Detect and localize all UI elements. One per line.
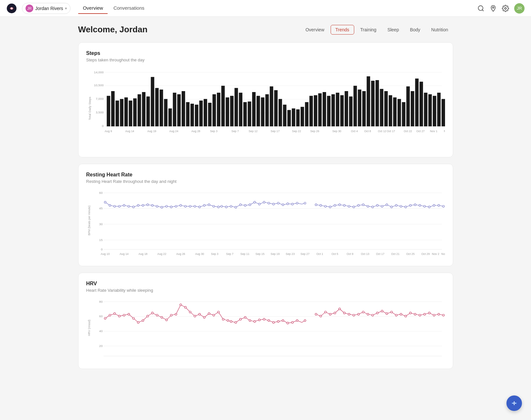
svg-point-247 (189, 311, 191, 313)
svg-rect-91 (437, 93, 441, 126)
svg-text:Sep 22: Sep 22 (292, 130, 301, 133)
svg-rect-52 (265, 94, 269, 126)
svg-rect-48 (248, 101, 251, 126)
heart-rate-chart-card: Resting Heart Rate Resting Heart Rate th… (78, 164, 453, 266)
svg-text:Oct 9: Oct 9 (346, 253, 353, 256)
svg-text:Total Daily Steps: Total Daily Steps (88, 97, 91, 120)
tab-sleep[interactable]: Sleep (383, 25, 404, 35)
navbar: JR Jordan Rivers ▾ Overview Conversation… (0, 0, 531, 17)
nav-conversations[interactable]: Conversations (109, 3, 149, 14)
svg-rect-72 (353, 86, 357, 126)
svg-text:Aug 22: Aug 22 (157, 253, 166, 256)
svg-point-191 (423, 205, 425, 207)
svg-point-190 (419, 205, 421, 206)
svg-point-173 (338, 204, 340, 206)
svg-point-257 (235, 321, 237, 323)
svg-text:Sep 11: Sep 11 (240, 253, 249, 256)
svg-point-273 (320, 315, 322, 317)
svg-point-128 (118, 205, 120, 207)
svg-point-155 (244, 205, 246, 206)
svg-text:Aug 26: Aug 26 (176, 253, 185, 256)
svg-text:Nov 2: Nov 2 (432, 253, 439, 256)
svg-text:Sep 15: Sep 15 (255, 253, 264, 256)
app-logo[interactable] (6, 3, 17, 14)
svg-text:40: 40 (99, 329, 102, 333)
svg-point-253 (218, 311, 219, 313)
tab-training[interactable]: Training (356, 25, 381, 35)
svg-rect-16 (107, 96, 110, 126)
svg-point-139 (170, 206, 172, 208)
svg-point-134 (146, 204, 148, 206)
svg-point-4 (504, 7, 506, 9)
svg-point-231 (113, 313, 115, 315)
svg-rect-69 (340, 95, 344, 126)
svg-point-268 (287, 322, 289, 324)
svg-point-184 (390, 206, 392, 208)
svg-point-294 (419, 314, 421, 316)
svg-text:Oct 27: Oct 27 (416, 130, 425, 133)
settings-icon[interactable] (502, 5, 509, 12)
svg-point-167 (304, 202, 306, 204)
steps-chart-wrap: Total Daily Steps 14,000 10,500 7,000 3,… (86, 68, 445, 149)
svg-point-3 (493, 6, 494, 8)
user-selector[interactable]: JR Jordan Rivers ▾ (22, 3, 70, 14)
svg-text:Oct 17: Oct 17 (376, 253, 384, 256)
svg-rect-56 (283, 105, 286, 126)
location-icon[interactable] (490, 5, 497, 12)
svg-text:Aug 14: Aug 14 (125, 130, 134, 133)
svg-text:60: 60 (99, 191, 102, 194)
svg-point-239 (151, 312, 153, 314)
svg-rect-81 (393, 97, 397, 126)
profile-avatar[interactable]: JR (514, 3, 525, 14)
svg-point-161 (272, 203, 274, 205)
svg-point-150 (220, 205, 222, 207)
svg-point-279 (348, 313, 350, 315)
svg-point-175 (348, 205, 350, 207)
svg-rect-77 (375, 80, 379, 126)
svg-point-286 (381, 310, 383, 312)
svg-point-276 (334, 312, 336, 314)
nav-links: Overview Conversations (78, 3, 477, 14)
svg-rect-42 (221, 86, 225, 126)
svg-text:Sep 19: Sep 19 (271, 253, 280, 256)
svg-rect-26 (151, 77, 154, 126)
tab-body[interactable]: Body (405, 25, 425, 35)
svg-text:Aug 28: Aug 28 (191, 130, 200, 133)
hr-title: Resting Heart Rate (86, 172, 445, 178)
svg-point-287 (386, 313, 388, 315)
svg-point-278 (343, 312, 345, 314)
svg-text:15: 15 (99, 238, 102, 242)
svg-rect-89 (428, 94, 432, 126)
svg-rect-41 (217, 93, 220, 126)
svg-point-159 (263, 201, 265, 203)
svg-text:Sep 3: Sep 3 (211, 253, 218, 256)
svg-point-129 (123, 205, 125, 206)
svg-point-258 (239, 319, 241, 320)
svg-rect-59 (296, 109, 300, 126)
nav-home[interactable]: Overview (78, 3, 108, 14)
svg-text:Oct 29: Oct 29 (421, 253, 430, 256)
tab-trends[interactable]: Trends (331, 25, 354, 35)
chevron-down-icon: ▾ (65, 6, 67, 11)
svg-text:45: 45 (99, 206, 102, 210)
svg-point-2 (478, 5, 483, 10)
svg-rect-30 (168, 109, 172, 126)
svg-point-160 (268, 202, 270, 204)
svg-point-281 (357, 313, 359, 315)
svg-point-244 (175, 313, 177, 315)
tab-overview[interactable]: Overview (301, 25, 329, 35)
tab-group: Overview Trends Training Sleep Body Nutr… (301, 25, 453, 35)
svg-point-265 (272, 321, 274, 323)
svg-point-132 (137, 205, 139, 206)
tab-nutrition[interactable]: Nutrition (426, 25, 453, 35)
search-icon[interactable] (477, 5, 484, 12)
svg-point-259 (244, 317, 246, 319)
svg-text:80: 80 (99, 300, 102, 303)
svg-text:Sep 30: Sep 30 (332, 130, 341, 133)
svg-point-238 (146, 315, 148, 317)
svg-rect-32 (177, 94, 181, 126)
svg-point-193 (433, 205, 435, 206)
svg-point-130 (128, 205, 130, 207)
svg-rect-74 (362, 91, 366, 126)
svg-point-126 (109, 205, 111, 206)
